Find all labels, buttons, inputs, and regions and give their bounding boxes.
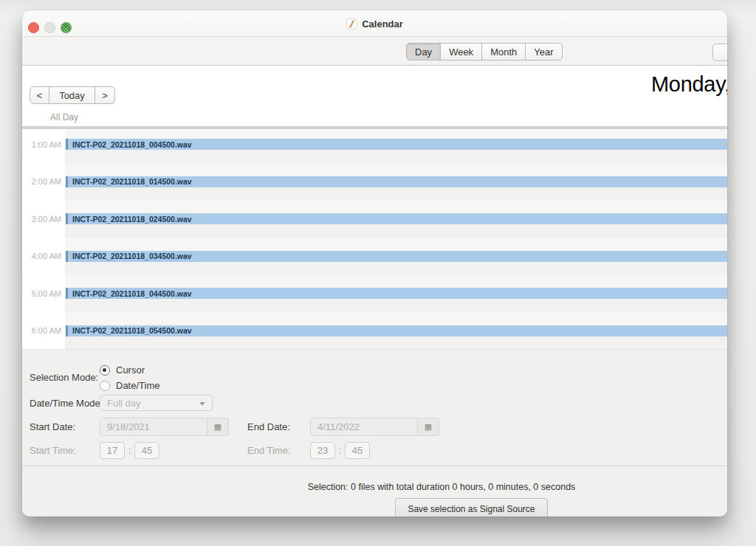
event-bar[interactable]: INCT-P02_20211018_034500.wav bbox=[66, 251, 727, 262]
day-heading: Monday, October 18, 2021 bbox=[651, 72, 727, 97]
selection-controls-panel: Selection Mode: Cursor Date/Time Date/Ti… bbox=[22, 349, 727, 466]
save-selection-button[interactable]: Save selection as Signal Source bbox=[395, 498, 548, 516]
hour-label: 4:00 AM bbox=[24, 252, 61, 260]
selection-mode-label: Selection Mode: bbox=[30, 372, 98, 383]
calendar-picker-icon[interactable]: ▦ bbox=[418, 418, 439, 436]
hour-label: 6:00 AM bbox=[24, 326, 61, 335]
end-time-hour-input[interactable]: 23 bbox=[310, 442, 335, 459]
datetime-mode-label: Date/Time Mode: bbox=[30, 398, 103, 409]
radio-option-datetime[interactable]: Date/Time bbox=[100, 380, 159, 391]
view-tab-year[interactable]: Year bbox=[526, 43, 562, 61]
dropdown-value: Full day bbox=[107, 398, 141, 409]
event-label: INCT-P02_20211018_034500.wav bbox=[68, 252, 192, 260]
event-bar[interactable]: INCT-P02_20211018_044500.wav bbox=[66, 288, 727, 299]
time-separator: : bbox=[339, 445, 342, 456]
event-label: INCT-P02_20211018_014500.wav bbox=[68, 177, 192, 186]
radio-option-cursor[interactable]: Cursor bbox=[100, 364, 145, 376]
radio-label: Date/Time bbox=[116, 380, 159, 391]
event-label: INCT-P02_20211018_024500.wav bbox=[68, 215, 192, 224]
view-switcher: Day Week Month Year bbox=[406, 43, 563, 61]
view-tab-month[interactable]: Month bbox=[482, 43, 526, 61]
start-time-label: Start Time: bbox=[30, 445, 76, 456]
view-tab-day[interactable]: Day bbox=[406, 43, 441, 61]
date-navigation: < Today > bbox=[30, 86, 115, 104]
today-button[interactable]: Today bbox=[49, 86, 95, 104]
event-bar[interactable]: INCT-P02_20211018_054500.wav bbox=[66, 325, 727, 336]
next-day-button[interactable]: > bbox=[95, 86, 115, 104]
event-label: INCT-P02_20211018_054500.wav bbox=[68, 326, 192, 335]
datetime-mode-dropdown[interactable]: Full day bbox=[100, 395, 213, 411]
start-date-label: Start Date: bbox=[30, 421, 75, 432]
hour-label: 5:00 AM bbox=[24, 289, 61, 298]
start-time-minute-input[interactable]: 45 bbox=[134, 442, 159, 459]
end-date-value[interactable]: 4/11/2022 bbox=[310, 418, 418, 436]
event-label: INCT-P02_20211018_004500.wav bbox=[68, 140, 192, 149]
start-date-field[interactable]: 9/18/2021 ▦ bbox=[100, 418, 229, 436]
window-title: Calendar bbox=[362, 18, 403, 30]
calendar-day-view: < Today > Monday, October 18, 2021 All D… bbox=[22, 66, 727, 349]
event-label: INCT-P02_20211018_044500.wav bbox=[68, 289, 192, 298]
calendar-picker-icon[interactable]: ▦ bbox=[207, 418, 229, 436]
hour-label: 3:00 AM bbox=[24, 215, 61, 224]
end-time-minute-input[interactable]: 45 bbox=[345, 442, 370, 459]
time-separator: : bbox=[128, 445, 131, 456]
event-bar[interactable]: INCT-P02_20211018_024500.wav bbox=[66, 213, 727, 224]
clipped-toolbar-button[interactable] bbox=[712, 44, 727, 61]
calendar-window: Calendar Day Week Month Year < Today > M… bbox=[22, 10, 727, 516]
radio-label: Cursor bbox=[116, 364, 145, 376]
start-date-value[interactable]: 9/18/2021 bbox=[100, 418, 207, 436]
end-date-label: End Date: bbox=[247, 421, 290, 432]
hour-label: 1:00 AM bbox=[24, 140, 61, 149]
end-time-label: End Time: bbox=[247, 445, 291, 456]
end-date-field[interactable]: 4/11/2022 ▦ bbox=[310, 418, 439, 436]
start-time-hour-input[interactable]: 17 bbox=[100, 442, 125, 459]
time-grid: INCT-P02_20211018_004500.wav INCT-P02_20… bbox=[22, 129, 727, 349]
title-bar[interactable]: Calendar bbox=[22, 10, 727, 37]
time-column: 1:00 AM 2:00 AM 3:00 AM 4:00 AM 5:00 AM … bbox=[22, 129, 65, 349]
hour-label: 2:00 AM bbox=[24, 177, 61, 186]
selection-summary: Selection: 0 files with total duration 0… bbox=[22, 482, 727, 492]
event-bar[interactable]: INCT-P02_20211018_014500.wav bbox=[66, 176, 727, 187]
previous-day-button[interactable]: < bbox=[30, 86, 49, 104]
radio-icon[interactable] bbox=[100, 365, 110, 376]
view-tab-week[interactable]: Week bbox=[441, 43, 482, 61]
all-day-label: All Day bbox=[50, 112, 78, 122]
app-icon bbox=[346, 18, 357, 30]
event-bar[interactable]: INCT-P02_20211018_004500.wav bbox=[66, 139, 727, 150]
radio-icon[interactable] bbox=[100, 381, 110, 391]
footer-bar: Selection: 0 files with total duration 0… bbox=[22, 466, 727, 516]
chevron-down-icon bbox=[199, 402, 205, 406]
toolbar: Day Week Month Year bbox=[22, 37, 727, 66]
events-area[interactable]: INCT-P02_20211018_004500.wav INCT-P02_20… bbox=[65, 129, 727, 349]
